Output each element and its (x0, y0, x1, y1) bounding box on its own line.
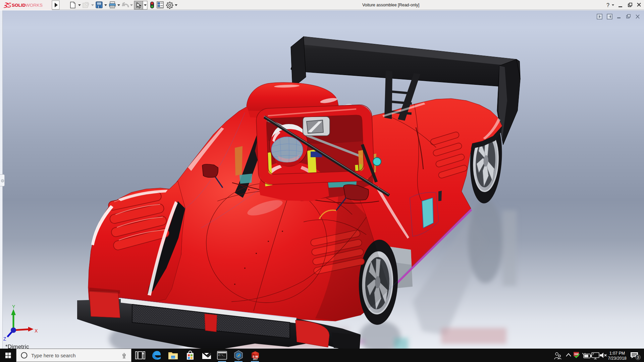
svg-text:?: ? (606, 2, 609, 8)
svg-text:Z: Z (3, 336, 6, 342)
svg-text:Y: Y (12, 304, 15, 309)
svg-text:SOLID: SOLID (12, 3, 26, 8)
svg-text:X: X (35, 328, 38, 334)
svg-text:WORKS: WORKS (25, 3, 43, 8)
